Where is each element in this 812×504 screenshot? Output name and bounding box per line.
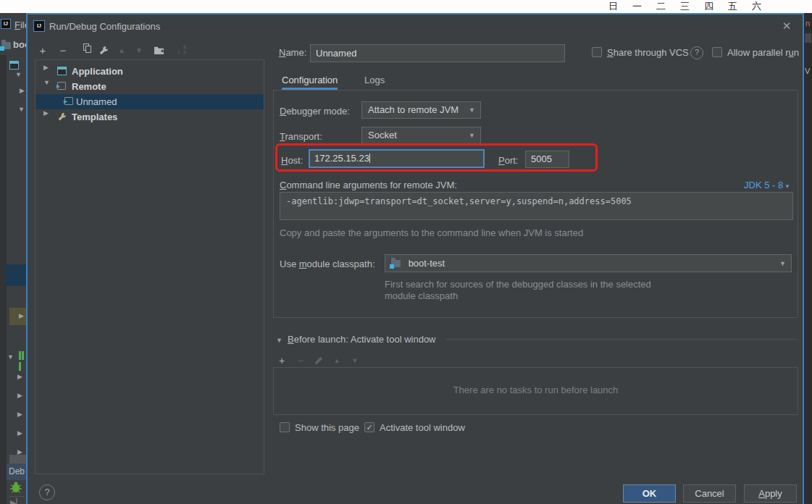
apply-button[interactable]: Apply <box>744 484 797 503</box>
debugger-mode-label: Debugger mode: <box>280 106 350 117</box>
tree-expand-arrow[interactable]: ▼ <box>43 79 50 86</box>
background-highlight-row: ▶ <box>9 308 26 325</box>
module-folder-icon <box>391 260 401 267</box>
dialog-title: Run/Debug Configurations <box>49 20 160 33</box>
weekday-label: 六 <box>752 1 761 12</box>
pencil-icon <box>314 356 323 365</box>
background-scrollbar <box>9 455 26 463</box>
transport-label: Transport: <box>280 131 322 142</box>
intellij-logo-icon: IJ <box>33 20 45 32</box>
share-vcs-checkbox[interactable] <box>592 47 602 57</box>
help-button[interactable]: ? <box>39 484 55 500</box>
tree-item-templates[interactable]: ▶ Templates <box>35 109 264 125</box>
show-this-page-label: Show this page <box>295 422 359 433</box>
background-selected-row <box>6 264 26 286</box>
name-input[interactable]: Unnamed <box>310 44 565 62</box>
project-folder-icon <box>1 42 11 49</box>
text-caret <box>369 154 370 163</box>
chevron-down-icon: ▾ <box>786 182 790 190</box>
tree-collapse-arrow[interactable]: ▶ <box>43 64 49 71</box>
configurations-tree: ▶ Application ▼ Remote Unnamed ▶ Templat… <box>35 59 264 474</box>
chevron-down-icon: ▼ <box>779 255 786 273</box>
module-classpath-select[interactable]: boot-test ▼ <box>385 254 792 272</box>
step-over-icon: ▶▏ <box>10 498 22 504</box>
tree-collapse-arrow: ▶ <box>17 373 22 380</box>
editor-fragment-block <box>805 33 811 43</box>
remote-config-icon <box>57 82 66 90</box>
tab-logs[interactable]: Logs <box>357 73 392 90</box>
weekday-label: 一 <box>632 1 642 12</box>
checkmark-icon: ✓ <box>366 423 372 432</box>
port-input[interactable]: 5005 <box>525 151 569 168</box>
jdk-version-link[interactable]: JDK 5 - 8 ▾ <box>744 180 789 190</box>
chevron-down-icon: ▼ <box>469 102 475 118</box>
activate-tool-window-label: Activate tool window <box>380 422 465 433</box>
copy-configuration-button[interactable] <box>75 43 91 58</box>
editor-text-fragment: V <box>805 67 810 75</box>
tree-expand-arrow: ▼ <box>18 106 25 113</box>
edit-task-button[interactable] <box>311 354 326 367</box>
share-vcs-label: Share through VCS <box>607 47 689 58</box>
sort-configurations-icon[interactable]: ↓az <box>171 43 187 58</box>
edit-defaults-button[interactable] <box>96 43 112 58</box>
project-name: boo <box>13 39 26 50</box>
calendar-weekday-header: 日 一 二 三 四 五 六 <box>608 1 761 12</box>
weekday-label: 三 <box>680 1 690 12</box>
create-folder-button[interactable] <box>151 43 167 58</box>
ok-button[interactable]: OK <box>623 484 676 503</box>
activate-tool-window-checkbox[interactable]: ✓ <box>364 422 374 432</box>
tab-configuration[interactable]: Configuration <box>275 73 345 90</box>
allow-parallel-run-checkbox[interactable] <box>712 47 722 57</box>
tree-item-unnamed[interactable]: Unnamed <box>35 94 264 109</box>
transport-select[interactable]: Socket ▼ <box>361 127 481 144</box>
remove-configuration-button[interactable]: − <box>55 43 71 58</box>
debug-tool-window-tab: Deb <box>7 463 26 480</box>
taskbar-calendar-strip: 日 一 二 三 四 五 六 <box>0 0 812 13</box>
before-launch-title: Before launch: Activate tool window <box>288 334 436 345</box>
weekday-label: 五 <box>728 1 737 12</box>
debugger-mode-select[interactable]: Attach to remote JVM ▼ <box>361 101 481 119</box>
tree-item-remote[interactable]: ▼ Remote <box>35 79 264 94</box>
name-label: Name: <box>279 47 306 58</box>
move-task-up-icon[interactable]: ▲ <box>330 354 344 367</box>
tree-item-application[interactable]: ▶ Application <box>35 64 264 79</box>
tree-collapse-arrow[interactable]: ▶ <box>43 109 49 117</box>
tree-collapse-arrow: ▶ <box>19 312 24 319</box>
configuration-panel: Debugger mode: Attach to remote JVM ▼ Tr… <box>273 90 798 318</box>
remove-task-button[interactable]: − <box>293 354 308 367</box>
section-divider <box>446 339 797 340</box>
before-launch-task-list: There are no tasks to run before launch <box>273 367 798 415</box>
weekday-label: 四 <box>704 1 713 12</box>
intellij-logo-icon: IJ <box>1 19 11 29</box>
run-debug-configurations-dialog: IJ Run/Debug Configurations ✕ + − ▲ ▼ ↓a… <box>26 13 804 504</box>
templates-wrench-icon <box>57 112 67 122</box>
move-up-icon[interactable]: ▲ <box>114 43 130 58</box>
vcs-help-icon[interactable]: ? <box>690 46 703 59</box>
wrench-icon <box>99 46 109 56</box>
tree-expand-arrow: ▼ <box>7 353 14 361</box>
project-structure-icon <box>9 61 19 70</box>
cancel-button[interactable]: Cancel <box>683 484 736 503</box>
move-down-icon[interactable]: ▼ <box>131 43 147 58</box>
tree-expand-arrow: ▼ <box>15 71 22 78</box>
tree-collapse-arrow: ▶ <box>17 429 22 437</box>
ide-background-right: n V <box>804 13 812 504</box>
add-task-button[interactable]: + <box>275 354 289 367</box>
move-task-down-icon[interactable]: ▼ <box>348 354 362 367</box>
module-classpath-label: Use module classpath: <box>280 259 375 269</box>
chevron-down-icon: ▼ <box>469 127 475 143</box>
ide-background-left: IJ File boo ▼ ▶ ▼ ▶ ▼ ▶ ▶ ▶ ▶ ▶ Deb ▶▏ <box>0 13 26 504</box>
show-this-page-checkbox[interactable] <box>280 422 290 432</box>
console-bars-icon <box>19 351 26 373</box>
application-icon <box>57 67 67 75</box>
close-icon[interactable]: ✕ <box>779 19 794 33</box>
cmdline-args-field[interactable]: -agentlib:jdwp=transport=dt_socket,serve… <box>280 192 793 220</box>
cmdline-args-label: Command line arguments for remote JVM: <box>280 180 457 190</box>
section-collapse-arrow[interactable]: ▼ <box>276 337 282 344</box>
add-configuration-button[interactable]: + <box>35 43 51 58</box>
tree-collapse-arrow: ▶ <box>20 87 25 94</box>
host-input[interactable]: 172.25.15.23 <box>309 149 485 168</box>
port-label: Port: <box>498 155 518 166</box>
allow-parallel-run-label: Allow parallel run <box>727 47 799 58</box>
divider <box>9 496 25 497</box>
